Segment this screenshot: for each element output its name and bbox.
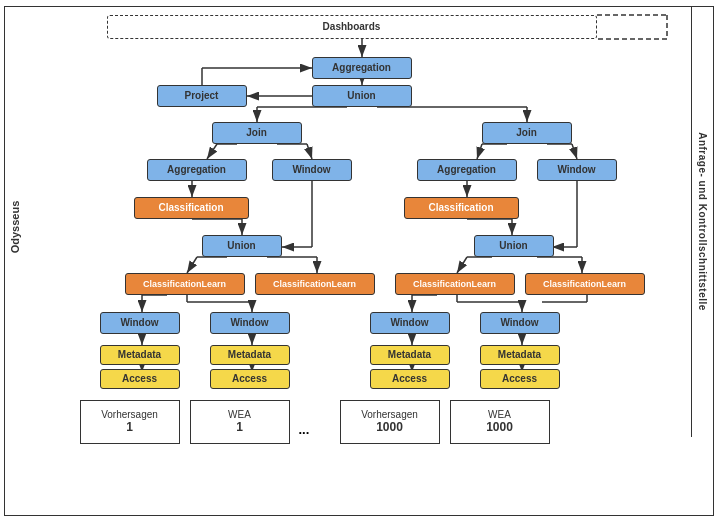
node-window-right-top: Window bbox=[537, 159, 617, 181]
right-panel: Anfrage- und Kontrollschnittstelle bbox=[691, 7, 713, 437]
node-dashboards: Dashboards bbox=[107, 15, 597, 39]
node-access-lm: Access bbox=[210, 369, 290, 389]
node-union-top: Union bbox=[312, 85, 412, 107]
node-meta-lm: Metadata bbox=[210, 345, 290, 365]
node-class-left: Classification bbox=[134, 197, 249, 219]
bottom-box-wea1000: WEA 1000 bbox=[450, 400, 550, 444]
bottom-box-wea1: WEA 1 bbox=[190, 400, 290, 444]
node-classlearn-right1: ClassificationLearn bbox=[395, 273, 515, 295]
svg-line-42 bbox=[457, 257, 467, 273]
svg-line-24 bbox=[187, 257, 197, 273]
node-window-left-top: Window bbox=[272, 159, 352, 181]
node-meta-ll: Metadata bbox=[100, 345, 180, 365]
right-label: Anfrage- und Kontrollschnittstelle bbox=[697, 132, 708, 311]
node-meta-rr: Metadata bbox=[480, 345, 560, 365]
svg-line-17 bbox=[572, 144, 577, 159]
svg-line-15 bbox=[477, 144, 482, 159]
node-agg-left: Aggregation bbox=[147, 159, 247, 181]
main-content: Dashboards Aggregation Union Project Joi… bbox=[27, 7, 691, 515]
node-aggregation-top: Aggregation bbox=[312, 57, 412, 79]
node-access-rl: Access bbox=[370, 369, 450, 389]
node-join-right: Join bbox=[482, 122, 572, 144]
node-classlearn-left2: ClassificationLearn bbox=[255, 273, 375, 295]
node-window-lm: Window bbox=[210, 312, 290, 334]
node-window-rr: Window bbox=[480, 312, 560, 334]
node-project: Project bbox=[157, 85, 247, 107]
node-union-right: Union bbox=[474, 235, 554, 257]
node-access-ll: Access bbox=[100, 369, 180, 389]
bottom-box-vorhersagen1: Vorhersagen 1 bbox=[80, 400, 180, 444]
node-access-rr: Access bbox=[480, 369, 560, 389]
diagram-container: Odysseus Anfrage- und Kontrollschnittste… bbox=[4, 6, 714, 516]
node-class-right: Classification bbox=[404, 197, 519, 219]
svg-line-13 bbox=[307, 144, 312, 159]
node-classlearn-left1: ClassificationLearn bbox=[125, 273, 245, 295]
node-classlearn-right2: ClassificationLearn bbox=[525, 273, 645, 295]
node-agg-right: Aggregation bbox=[417, 159, 517, 181]
node-window-rl: Window bbox=[370, 312, 450, 334]
ellipsis: ... bbox=[299, 422, 310, 437]
node-window-ll: Window bbox=[100, 312, 180, 334]
node-union-left: Union bbox=[202, 235, 282, 257]
node-meta-rl: Metadata bbox=[370, 345, 450, 365]
left-label: Odysseus bbox=[7, 57, 25, 397]
bottom-box-vorhersagen1000: Vorhersagen 1000 bbox=[340, 400, 440, 444]
node-join-left: Join bbox=[212, 122, 302, 144]
svg-line-11 bbox=[207, 144, 217, 159]
